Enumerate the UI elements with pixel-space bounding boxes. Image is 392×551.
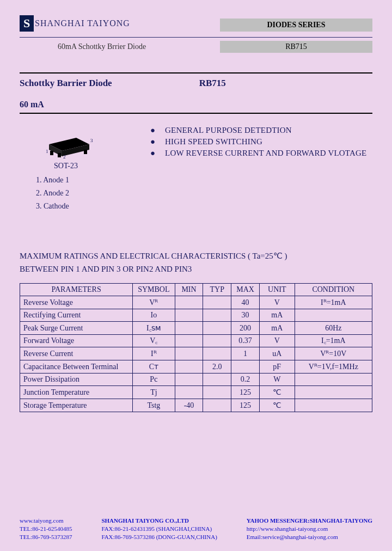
cell-cond [295,374,372,386]
cell-typ [203,399,231,412]
cell-unit: V [259,296,295,309]
product-part: RB715 [199,78,226,89]
th-unit: UNIT [259,284,295,296]
cell-param: Power Dissipation [20,374,133,386]
table-row: Rectifying CurrentIo30mA [20,309,372,322]
cell-typ: 2.0 [203,360,231,374]
current-rating: 60 mA [20,100,372,109]
pin-item: 3. Cathode [36,200,112,213]
cell-cond: Iᴿ=1mA [295,296,372,309]
footer-title: YAHOO MESSENGER:SHANGHAI-TAIYONG [247,517,372,525]
cell-symbol: Tstg [133,399,175,412]
cell-min [175,309,203,322]
cell-unit: pF [259,360,295,374]
footer-col-1: www.taiyong.com TEL:86-21-62540485 TEL:8… [20,517,72,541]
cell-unit: mA [259,309,295,322]
cell-unit: ℃ [259,386,295,399]
cell-cond [295,386,372,399]
ratings-title: MAXIMUM RATINGS AND ELECTRICAL CHARACTER… [20,249,372,262]
pin-item: 1. Anode 1 [36,174,112,187]
logo-block: S SHANGHAI TAIYONG [20,15,130,32]
cell-cond: 60Hz [295,322,372,335]
bullet-icon: ● [150,126,155,135]
section-rule-top [20,72,372,74]
cell-min [175,322,203,335]
bullet-icon: ● [150,137,155,146]
footer-col-3: YAHOO MESSENGER:SHANGHAI-TAIYONG http://… [247,517,372,541]
footer-line: Email:service@shanghai-taiyong.com [247,533,372,541]
cell-min [175,296,203,309]
footer-title: SHANGHAI TAIYONG CO.,LTD [101,517,217,525]
cell-symbol: Vᴿ [133,296,175,309]
th-cond: CONDITION [295,284,372,296]
package-name: SOT-23 [20,162,112,170]
pin-item: 2. Anode 2 [36,187,112,200]
logo-icon: S [20,15,34,32]
feature-text: HIGH SPEED SWITCHING [165,137,262,146]
cell-symbol: Cᴛ [133,360,175,374]
cell-param: Reverse Voltage [20,296,133,309]
cell-unit: V [259,335,295,347]
cell-cond [295,309,372,322]
footer-line: www.taiyong.com [20,517,72,525]
cell-unit: ℃ [259,399,295,412]
table-row: Peak Surge CurrentI꜀ꜱᴍ200mA60Hz [20,322,372,335]
package-block: 1 2 3 SOT-23 1. Anode 1 2. Anode 2 3. Ca… [20,126,112,212]
cell-cond: I꜀=1mA [295,335,372,347]
cell-symbol: V꜀ [133,335,175,347]
cell-param: Forward Voltage [20,335,133,347]
cell-min [175,386,203,399]
cell-param: Storage Temperature [20,399,133,412]
cell-typ [203,386,231,399]
package-icon: 1 2 3 [36,126,96,160]
cell-unit: uA [259,347,295,360]
cell-unit: mA [259,322,295,335]
svg-rect-5 [84,150,87,154]
footer-line: FAX:86-769-5373286 (DONG-GUAN,CHINA) [101,533,217,541]
cell-symbol: Tj [133,386,175,399]
footer: www.taiyong.com TEL:86-21-62540485 TEL:8… [20,517,372,541]
cell-typ [203,322,231,335]
table-row: Junction TemperatureTj125℃ [20,386,372,399]
cell-min [175,374,203,386]
cell-min [175,347,203,360]
footer-line: TEL:86-21-62540485 [20,525,72,533]
cell-typ [203,296,231,309]
feature-text: GENERAL PURPOSE DETEDTION [165,126,292,135]
cell-typ [203,374,231,386]
section-rule-bottom [20,113,372,114]
svg-rect-4 [58,153,61,157]
table-row: Capacitance Between TerminalCᴛ2.0pFVᴿ=1V… [20,360,372,374]
feature-item: ● HIGH SPEED SWITCHING [150,137,372,146]
feature-item: ● LOW REVERSE CURRENT AND FORWARD VLOTAG… [150,149,372,158]
table-header-row: PARAMETERS SYMBOL MIN TYP MAX UNIT CONDI… [20,284,372,296]
cell-max: 125 [231,386,260,399]
cell-param: Capacitance Between Terminal [20,360,133,374]
cell-cond: Vᴿ=10V [295,347,372,360]
cell-max: 125 [231,399,260,412]
features-list: ● GENERAL PURPOSE DETEDTION ● HIGH SPEED… [150,126,372,212]
feature-row: 1 2 3 SOT-23 1. Anode 1 2. Anode 2 3. Ca… [20,126,372,212]
th-param: PARAMETERS [20,284,133,296]
svg-rect-3 [50,151,53,155]
cell-max: 30 [231,309,260,322]
cell-typ [203,309,231,322]
cell-cond [295,399,372,412]
cell-max: 0.2 [231,374,260,386]
cell-param: Junction Temperature [20,386,133,399]
cell-symbol: Io [133,309,175,322]
svg-text:1: 1 [46,149,48,154]
cell-typ [203,347,231,360]
series-box: DIODES SERIES [220,19,372,32]
spec-table: PARAMETERS SYMBOL MIN TYP MAX UNIT CONDI… [20,283,372,412]
cell-param: Reverse Current [20,347,133,360]
cell-param: Rectifying Current [20,309,133,322]
table-row: Reverse VoltageVᴿ40VIᴿ=1mA [20,296,372,309]
cell-symbol: Iᴿ [133,347,175,360]
cell-max: 1 [231,347,260,360]
th-min: MIN [175,284,203,296]
title-line: Schottky Barrier Diode RB715 [20,78,372,89]
footer-line: http://www.shanghai-taiyong.com [247,525,372,533]
company-name: SHANGHAI TAIYONG [35,19,130,28]
table-row: Reverse CurrentIᴿ1uAVᴿ=10V [20,347,372,360]
